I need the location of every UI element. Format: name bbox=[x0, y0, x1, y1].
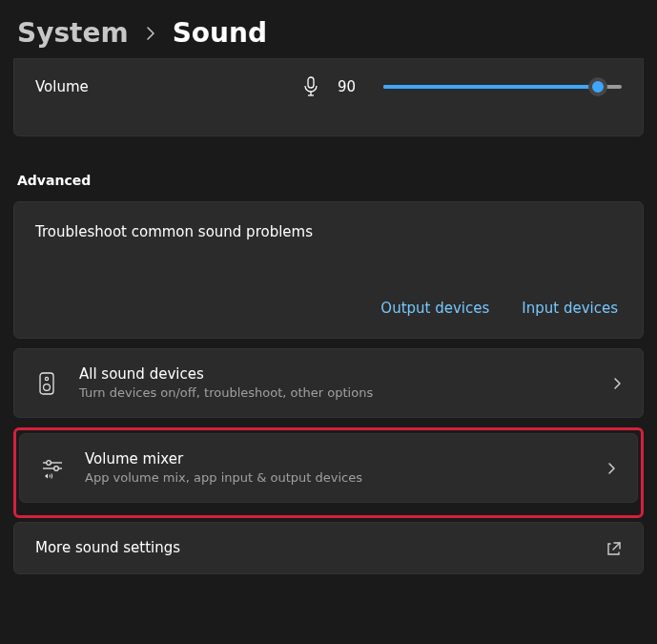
volume-mixer-subtitle: App volume mix, app input & output devic… bbox=[85, 469, 586, 487]
breadcrumb: System Sound bbox=[0, 0, 657, 58]
chevron-right-icon bbox=[607, 462, 616, 475]
volume-label: Volume bbox=[35, 78, 89, 95]
all-sound-devices-title: All sound devices bbox=[79, 364, 592, 384]
input-devices-link[interactable]: Input devices bbox=[522, 300, 618, 317]
open-external-icon bbox=[606, 541, 622, 556]
chevron-right-icon bbox=[613, 377, 622, 390]
output-devices-link[interactable]: Output devices bbox=[380, 300, 489, 317]
more-sound-settings-title: More sound settings bbox=[35, 538, 585, 558]
more-sound-settings-row[interactable]: More sound settings bbox=[13, 522, 644, 574]
troubleshoot-card: Troubleshoot common sound problems Outpu… bbox=[13, 201, 644, 339]
svg-point-5 bbox=[44, 384, 51, 390]
breadcrumb-current: Sound bbox=[173, 17, 267, 49]
all-sound-devices-row[interactable]: All sound devices Turn devices on/off, t… bbox=[13, 348, 644, 418]
mixer-icon bbox=[41, 458, 64, 479]
svg-point-9 bbox=[54, 466, 59, 470]
svg-line-10 bbox=[613, 543, 620, 550]
microphone-icon[interactable] bbox=[303, 76, 318, 97]
breadcrumb-parent[interactable]: System bbox=[17, 17, 129, 49]
svg-point-4 bbox=[45, 377, 48, 380]
volume-value: 90 bbox=[338, 78, 364, 95]
svg-rect-0 bbox=[308, 77, 314, 88]
section-advanced-header: Advanced bbox=[17, 173, 640, 188]
volume-mixer-title: Volume mixer bbox=[85, 449, 586, 469]
all-sound-devices-subtitle: Turn devices on/off, troubleshoot, other… bbox=[79, 384, 592, 402]
chevron-right-icon bbox=[146, 27, 155, 40]
volume-row: Volume 90 bbox=[13, 58, 644, 136]
highlight-annotation: Volume mixer App volume mix, app input &… bbox=[13, 427, 644, 518]
speaker-device-icon bbox=[35, 371, 58, 396]
volume-mixer-row[interactable]: Volume mixer App volume mix, app input &… bbox=[19, 433, 638, 503]
svg-point-7 bbox=[47, 460, 51, 465]
volume-slider[interactable] bbox=[383, 77, 622, 96]
troubleshoot-title: Troubleshoot common sound problems bbox=[35, 223, 622, 240]
